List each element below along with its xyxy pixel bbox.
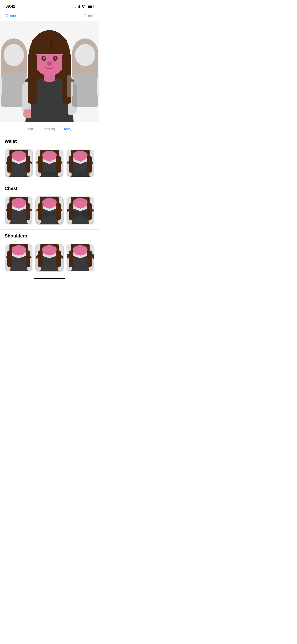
tab-clothing[interactable]: Clothing	[41, 126, 55, 132]
svg-rect-87	[26, 203, 30, 220]
svg-point-39	[75, 44, 95, 66]
svg-point-69	[74, 153, 87, 160]
signal-icon	[76, 5, 80, 8]
nav-bar: Cancel Done	[0, 12, 99, 21]
svg-rect-135	[56, 250, 61, 267]
svg-point-140	[80, 256, 81, 256]
svg-rect-4	[0, 75, 2, 98]
svg-point-129	[49, 256, 50, 256]
status-icons	[76, 4, 94, 8]
svg-point-31	[24, 109, 28, 115]
status-bar: 09:41	[0, 0, 99, 12]
svg-point-25	[48, 78, 50, 80]
svg-point-104	[74, 200, 87, 208]
svg-point-113	[81, 211, 90, 218]
svg-rect-123	[7, 250, 12, 267]
svg-rect-64	[56, 156, 61, 172]
svg-point-139	[74, 248, 87, 255]
svg-point-46	[12, 153, 26, 160]
shoulders-options	[0, 244, 99, 276]
cancel-button[interactable]: Cancel	[6, 13, 18, 18]
svg-rect-145	[69, 250, 74, 267]
home-indicator	[0, 276, 99, 280]
svg-point-24	[52, 60, 54, 60]
svg-point-118	[18, 256, 19, 256]
chest-title: Chest	[4, 186, 94, 191]
svg-point-65	[41, 172, 58, 176]
svg-point-70	[80, 161, 81, 162]
svg-rect-124	[26, 250, 30, 267]
svg-point-22	[54, 61, 55, 62]
chest-section: Chest	[0, 182, 99, 196]
svg-point-80	[12, 200, 26, 208]
svg-rect-98	[56, 203, 61, 220]
chest-option-3[interactable]	[66, 196, 94, 224]
category-tabs: ear Clothing Body	[0, 122, 99, 135]
svg-point-57	[43, 153, 56, 160]
done-button[interactable]: Done	[84, 13, 94, 18]
svg-rect-42	[97, 75, 99, 98]
waist-option-1[interactable]	[4, 149, 33, 177]
svg-rect-75	[69, 156, 74, 172]
svg-point-105	[80, 208, 81, 209]
svg-rect-53	[26, 156, 30, 172]
svg-point-81	[18, 208, 19, 209]
shoulders-option-2[interactable]	[35, 244, 64, 272]
svg-point-92	[49, 208, 50, 209]
svg-point-128	[43, 248, 56, 255]
svg-rect-40	[72, 74, 98, 107]
svg-rect-97	[38, 203, 42, 220]
svg-rect-35	[28, 53, 37, 104]
waist-section: Waist	[0, 135, 99, 149]
svg-point-47	[18, 161, 19, 162]
tab-body[interactable]: Body	[62, 126, 71, 132]
svg-point-19	[44, 61, 46, 62]
status-time: 09:41	[6, 4, 15, 9]
waist-option-3[interactable]	[66, 149, 94, 177]
shoulders-section: Shoulders	[0, 230, 99, 244]
svg-point-58	[49, 161, 50, 162]
svg-rect-12	[32, 51, 67, 54]
chest-option-2[interactable]	[35, 196, 64, 224]
shoulders-title: Shoulders	[4, 233, 94, 238]
svg-rect-146	[87, 250, 92, 267]
avatar-side-right	[67, 21, 99, 122]
shoulders-option-1[interactable]	[4, 244, 33, 272]
waist-option-2[interactable]	[35, 149, 64, 177]
svg-rect-86	[7, 203, 12, 220]
waist-title: Waist	[4, 139, 94, 144]
svg-point-100	[50, 212, 57, 217]
home-bar	[34, 278, 65, 279]
svg-rect-63	[38, 156, 42, 172]
wifi-icon	[81, 4, 86, 8]
svg-point-117	[12, 248, 26, 255]
svg-point-20	[47, 62, 48, 62]
svg-point-16	[43, 57, 45, 59]
tab-eyewear[interactable]: ear	[28, 126, 34, 132]
shoulders-option-3[interactable]	[66, 244, 94, 272]
waist-options	[0, 149, 99, 181]
svg-rect-76	[87, 156, 92, 172]
avatar-preview	[0, 21, 99, 122]
svg-point-91	[43, 200, 56, 208]
svg-point-21	[51, 62, 52, 62]
chest-options	[0, 196, 99, 228]
chest-option-1[interactable]	[4, 196, 33, 224]
svg-rect-41	[67, 75, 73, 98]
battery-icon	[87, 5, 94, 8]
svg-point-32	[28, 108, 31, 114]
svg-point-112	[70, 211, 80, 218]
svg-rect-52	[7, 156, 12, 172]
svg-rect-134	[38, 250, 42, 267]
svg-point-23	[46, 60, 46, 60]
svg-point-17	[54, 57, 56, 59]
svg-point-99	[42, 212, 49, 217]
